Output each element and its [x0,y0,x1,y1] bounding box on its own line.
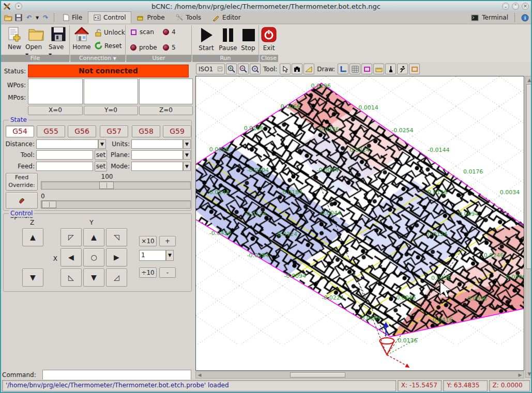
user-button-4[interactable]: 4 [163,28,176,36]
gcode-canvas[interactable]: 0.02960.0066-0.00140.01060.0336-0.02540.… [195,76,524,371]
wcs-g58-button[interactable]: G58 [132,125,160,137]
tab-control[interactable]: Control [88,11,131,24]
window-menu-button[interactable]: • [15,3,22,10]
feed-override-button[interactable]: Feed Override: [6,173,38,191]
open-button[interactable]: Open ▼ [25,26,47,58]
draw-rapid-button[interactable] [397,64,408,74]
tab-editor[interactable]: Editor [207,11,247,24]
pause-button[interactable]: Pause [217,26,239,52]
stop-button[interactable]: Stop [240,26,256,52]
redo-icon[interactable]: ↷ [41,13,50,22]
home-button[interactable]: Home [71,26,92,51]
jog-z-down-button[interactable]: ▼ [22,269,43,287]
zero-x-button[interactable]: X=0 [28,106,83,115]
group-label-connection[interactable]: Connection ▼ [70,55,125,62]
draw-margins-button[interactable] [361,64,372,74]
unlock-button[interactable]: Unlock [94,28,125,37]
units-select[interactable] [131,139,183,149]
terminal-button[interactable]: Terminal [482,14,508,21]
vscroll-thumb[interactable] [526,84,532,269]
jog-xy-nw-button[interactable]: ◸ [60,228,82,246]
jog-z-up-button[interactable]: ▲ [22,228,43,246]
distance-dropdown-icon[interactable]: ▼ [98,139,106,149]
save-button[interactable]: Save ▼ [49,26,68,58]
scroll-down-icon[interactable]: ▼ [526,371,532,377]
distance-select[interactable] [36,139,98,149]
jog-xy-ne-button[interactable]: ◹ [106,228,127,246]
undo-dropdown-icon[interactable]: ▼ [35,13,40,22]
step-plus-button[interactable]: + [159,236,176,246]
jog-x-plus-button[interactable]: ▶ [106,248,127,266]
draw-probe-button[interactable] [373,64,384,74]
tool-input[interactable] [36,150,93,160]
user-button-scan[interactable]: scan [130,28,154,36]
open-icon[interactable] [4,13,13,22]
step-div10-button[interactable]: ÷10 [139,268,157,278]
user-button-5[interactable]: 5 [163,44,176,51]
feed-override-slider[interactable] [41,181,191,190]
draw-paths-button[interactable] [385,64,396,74]
feed-override-handle[interactable] [99,182,114,189]
step-value-input[interactable]: 1 [139,250,166,261]
scroll-up-icon[interactable]: ▲ [526,77,532,83]
close-button[interactable]: ✕ [522,3,529,10]
command-input[interactable] [42,370,191,380]
jog-y-plus-button[interactable]: ▲ [83,228,104,246]
zero-y-button[interactable]: Y=0 [84,106,138,115]
step-dropdown-icon[interactable]: ▼ [166,250,174,261]
tab-tools[interactable]: Tools [171,11,207,24]
wcs-g59-button[interactable]: G59 [163,125,191,137]
info-icon[interactable]: i [521,14,529,22]
draw-axes-button[interactable] [338,64,348,74]
step-minus-button[interactable]: - [159,268,176,278]
spindle-slider[interactable] [41,200,191,209]
tab-file[interactable]: File [57,11,88,24]
scroll-left-icon[interactable]: ◀ [196,372,203,378]
select-cursor-button[interactable] [280,64,291,74]
wcs-g55-button[interactable]: G55 [37,125,65,137]
units-dropdown-icon[interactable]: ▼ [183,139,191,149]
step-mul10-button[interactable]: ×10 [139,236,157,246]
jog-origin-button[interactable]: ○ [83,248,104,266]
user-button-probe[interactable]: probe [130,44,157,51]
hscroll-thumb[interactable] [290,372,345,378]
horizontal-scrollbar[interactable]: ◀ ▶ [195,371,524,379]
ruler-button[interactable] [303,64,314,74]
mode-select[interactable] [131,162,183,171]
wcs-g57-button[interactable]: G57 [100,125,128,137]
minimize-button[interactable]: ⌄ [502,3,509,10]
draw-workarea-button[interactable] [409,64,420,74]
zoom-fit-button[interactable] [250,64,261,74]
tab-probe[interactable]: Probe [131,11,170,24]
wcs-g54-button[interactable]: G54 [6,125,34,137]
gantry-button[interactable] [292,64,302,74]
tool-set-button[interactable]: set [95,150,107,160]
mode-dropdown-icon[interactable]: ▼ [183,162,191,171]
jog-x-minus-button[interactable]: ◀ [60,248,82,266]
feed-input[interactable] [36,162,93,171]
zoom-in-button[interactable] [226,64,237,74]
new-button[interactable]: New [5,26,24,51]
maximize-button[interactable]: ⌃ [512,3,519,10]
jog-y-minus-button[interactable]: ▼ [83,269,104,287]
view-select[interactable]: ISO1 − [196,64,225,74]
spindle-handle[interactable] [42,201,56,208]
undo-icon[interactable]: ↶ [24,13,34,22]
feed-set-button[interactable]: set [95,161,107,171]
start-button[interactable]: Start [196,26,216,52]
jog-xy-sw-button[interactable]: ◺ [60,269,82,287]
plane-dropdown-icon[interactable]: ▼ [183,150,191,160]
jog-xy-se-button[interactable]: ◿ [106,269,127,287]
plane-select[interactable] [131,150,183,160]
draw-grid-button[interactable] [349,64,360,74]
vertical-scrollbar[interactable]: ▲ ▼ [525,76,532,378]
wcs-g56-button[interactable]: G56 [68,125,96,137]
reset-button[interactable]: Reset [94,41,122,50]
save-icon[interactable] [14,13,23,22]
spindle-button[interactable]: Spindle [6,192,38,209]
exit-button[interactable]: Exit [261,26,277,52]
zoom-out-button[interactable] [238,64,249,74]
connection-dropdown-icon: ▼ [113,56,116,61]
scroll-right-icon[interactable]: ▶ [517,372,523,378]
zero-z-button[interactable]: Z=0 [139,106,193,115]
